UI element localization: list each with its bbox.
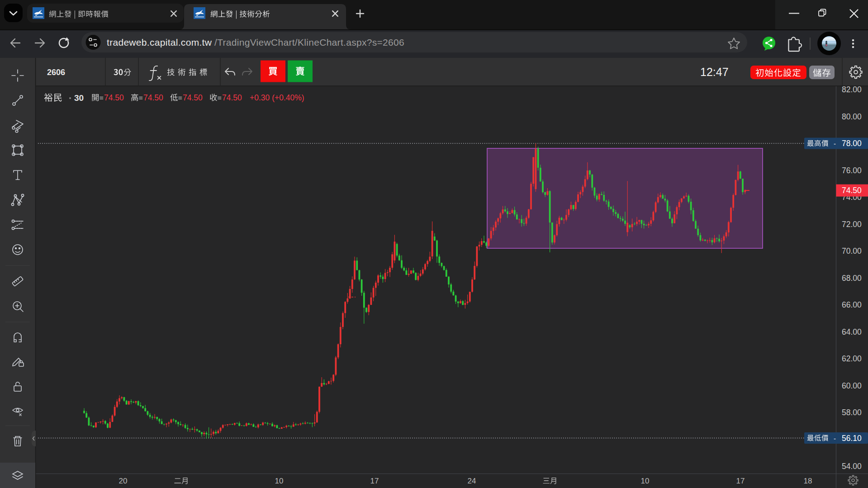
svg-text:74.50: 74.50 — [842, 186, 862, 195]
svg-text:74.50: 74.50 — [222, 93, 242, 102]
svg-text:62.00: 62.00 — [842, 354, 862, 363]
svg-text:-: - — [834, 435, 836, 442]
svg-text:78.00: 78.00 — [842, 139, 862, 148]
svg-text:10: 10 — [275, 477, 284, 485]
svg-text:72.00: 72.00 — [842, 220, 862, 229]
svg-text:68.00: 68.00 — [842, 274, 862, 283]
svg-text:30: 30 — [74, 93, 84, 103]
svg-text:80.00: 80.00 — [842, 112, 862, 121]
svg-text:74.50: 74.50 — [183, 93, 203, 102]
svg-text:70.00: 70.00 — [842, 246, 862, 256]
svg-text:10: 10 — [641, 477, 650, 485]
svg-text:76.00: 76.00 — [842, 166, 862, 175]
svg-text:18: 18 — [804, 477, 812, 485]
svg-text:82.00: 82.00 — [842, 85, 862, 94]
svg-text:17: 17 — [736, 477, 745, 485]
svg-text:tradeweb.capital.com.tw: tradeweb.capital.com.tw — [107, 37, 212, 47]
svg-text:12:47: 12:47 — [700, 66, 729, 78]
svg-text:54.00: 54.00 — [842, 462, 862, 471]
svg-text:64.00: 64.00 — [842, 327, 862, 336]
svg-text:58.00: 58.00 — [842, 408, 862, 417]
svg-text:+0.30 (+0.40%): +0.30 (+0.40%) — [250, 93, 304, 102]
svg-text:17: 17 — [370, 477, 379, 485]
svg-text:66.00: 66.00 — [842, 300, 862, 309]
svg-text:24: 24 — [468, 477, 476, 485]
svg-text:74.50: 74.50 — [104, 93, 124, 102]
svg-text:=: = — [218, 94, 222, 102]
svg-text:-: - — [834, 140, 836, 147]
svg-text:20: 20 — [119, 477, 128, 485]
svg-text:=: = — [100, 94, 104, 102]
svg-text:=: = — [178, 94, 182, 102]
svg-text:74.50: 74.50 — [143, 93, 163, 102]
svg-text:2606: 2606 — [47, 68, 65, 77]
svg-text:/TradingViewChart/KlineChart.a: /TradingViewChart/KlineChart.aspx?s=2606 — [214, 37, 404, 47]
svg-text:60.00: 60.00 — [842, 381, 862, 390]
svg-text:56.10: 56.10 — [842, 434, 862, 443]
svg-text:=: = — [139, 94, 143, 102]
